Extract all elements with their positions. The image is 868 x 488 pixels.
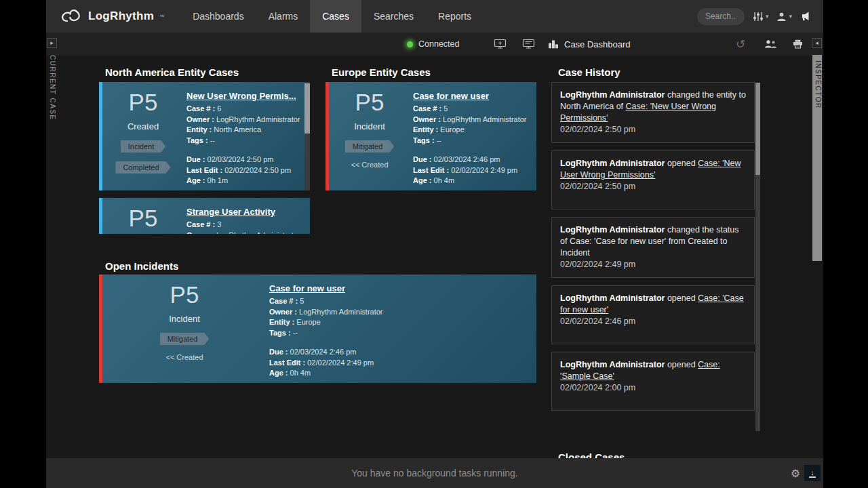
case-status: Created (127, 121, 159, 131)
card-details: Case for new user Case # : 5 Owner : Log… (410, 82, 536, 190)
announcements-button[interactable] (800, 12, 811, 21)
nav-alarms[interactable]: Alarms (256, 0, 311, 33)
north-america-card-list: P5 Created Incident Completed New User W… (99, 82, 310, 234)
tags-row: Tags : -- (186, 136, 303, 146)
entity-row: Entity : Europe (269, 317, 530, 328)
display-options-button[interactable] (522, 39, 535, 49)
top-navigation-bar: LogRhythm ™ Dashboards Alarms Cases Sear… (46, 0, 823, 33)
print-button[interactable] (793, 39, 803, 49)
connected-status-dot (407, 41, 413, 47)
age-row: Age : 0h 1m (186, 176, 303, 186)
monitor-plus-icon (494, 39, 507, 49)
nav-reports[interactable]: Reports (426, 0, 484, 33)
priority-label: P5 (129, 89, 158, 116)
case-title-link[interactable]: Strange User Activity (186, 207, 303, 217)
case-title-link[interactable]: Case for new user (269, 283, 530, 293)
nav-dashboards[interactable]: Dashboards (180, 0, 256, 33)
status-action-incident[interactable]: Incident (121, 140, 166, 152)
status-bar: You have no background tasks running. ⚙ … (46, 458, 823, 488)
card-list-scrollbar-thumb[interactable] (304, 83, 310, 134)
europe-card-list: P5 Incident Mitigated << Created Case fo… (326, 82, 536, 191)
case-title-link[interactable]: Case for new user (413, 91, 530, 101)
case-card-new-user-wrong-permissions[interactable]: P5 Created Incident Completed New User W… (99, 82, 310, 190)
due-row: Due : 02/03/2024 2:50 pm (186, 155, 303, 165)
case-dashboard-toolbar: Connected (46, 33, 823, 56)
history-entry: LogRhythm Administrator opened Case: 'Sa… (551, 352, 755, 411)
current-case-rail: ▸ CURRENT CASE (46, 38, 58, 458)
history-entry: LogRhythm Administrator changed the enti… (551, 82, 755, 143)
owner-row: Owner : LogRhythm Administrator (413, 115, 530, 125)
settings-gear-icon[interactable]: ⚙ (791, 467, 800, 480)
history-timestamp: 02/02/2024 2:50 pm (560, 124, 746, 136)
inspector-tab[interactable]: INSPECTOR (812, 55, 822, 261)
card-status-column: P5 (102, 198, 184, 234)
card-details: Strange User Activity Case # : 3 Owner :… (184, 198, 310, 234)
connected-label: Connected (418, 39, 459, 49)
downloads-button[interactable]: ↓ (804, 465, 821, 481)
case-card-open-incident[interactable]: P5 Incident Mitigated << Created Case fo… (99, 274, 536, 383)
due-row: Due : 02/03/2024 2:46 pm (269, 347, 530, 358)
entity-row: Entity : Europe (413, 125, 530, 136)
case-title-link[interactable]: New User Wrong Permis... (186, 91, 303, 101)
user-menu-button[interactable]: ▾ (776, 12, 792, 22)
inspector-rail: ◂ INSPECTOR (811, 38, 823, 458)
priority-label: P5 (355, 89, 384, 116)
app-window: LogRhythm ™ Dashboards Alarms Cases Sear… (46, 0, 823, 488)
case-status: Incident (354, 121, 385, 131)
history-timestamp: 02/02/2024 2:50 pm (560, 181, 746, 192)
entity-row: Entity : North America (186, 125, 303, 136)
card-details: New User Wrong Permis... Case # : 6 Owne… (184, 82, 310, 190)
columns-icon (548, 40, 559, 49)
printer-icon (793, 39, 803, 49)
expand-current-case-button[interactable]: ▸ (47, 38, 57, 48)
owner-row: Owner : LogRhythm Administrator (186, 230, 303, 235)
filter-options-button[interactable]: ▾ (753, 12, 769, 22)
current-case-tab[interactable]: CURRENT CASE (49, 55, 56, 121)
card-status-column: P5 Created Incident Completed (102, 82, 184, 190)
screen: LogRhythm ™ Dashboards Alarms Cases Sear… (0, 0, 868, 488)
case-history-list: LogRhythm Administrator changed the enti… (551, 82, 755, 418)
status-action-mitigated[interactable]: Mitigated (160, 333, 210, 345)
primary-nav: Dashboards Alarms Cases Searches Reports (180, 0, 484, 33)
case-number-row: Case # : 5 (413, 104, 530, 115)
card-list-scrollbar (304, 82, 310, 190)
last-edit-row: Last Edit : 02/02/2024 2:49 pm (269, 358, 530, 369)
undo-button[interactable]: ↺ (736, 37, 745, 52)
display-add-button[interactable] (494, 39, 507, 49)
case-card-case-for-new-user[interactable]: P5 Incident Mitigated << Created Case fo… (326, 82, 536, 190)
case-history-scrollbar (755, 83, 760, 431)
brand-name: LogRhythm (88, 9, 154, 23)
download-arrow-icon: ↓ (810, 469, 814, 476)
status-action-mitigated[interactable]: Mitigated (345, 140, 395, 152)
owner-row: Owner : LogRhythm Administrator (269, 307, 530, 318)
last-edit-row: Last Edit : 02/02/2024 2:49 pm (413, 165, 530, 176)
nav-cases[interactable]: Cases (310, 0, 361, 33)
collaborators-button[interactable] (764, 40, 777, 49)
previous-status[interactable]: << Created (351, 161, 388, 169)
expand-inspector-button[interactable]: ◂ (812, 38, 822, 48)
history-entry: LogRhythm Administrator changed the stat… (551, 217, 755, 278)
case-history-scrollbar-thumb[interactable] (755, 83, 760, 175)
priority-label: P5 (170, 281, 199, 308)
section-title-north-america: North America Entity Cases (105, 66, 239, 78)
search-input[interactable] (697, 8, 745, 25)
age-row: Age : 0h 4m (269, 368, 530, 379)
status-action-completed[interactable]: Completed (115, 161, 170, 174)
brand-trademark: ™ (159, 14, 164, 19)
user-icon (776, 12, 787, 22)
megaphone-icon (800, 12, 811, 21)
case-card-strange-user-activity[interactable]: P5 Strange User Activity Case # : 3 Owne… (99, 198, 310, 234)
history-entry: LogRhythm Administrator opened Case: 'Ne… (551, 150, 755, 209)
case-number-row: Case # : 6 (186, 104, 303, 115)
card-status-column: P5 Incident Mitigated << Created (102, 274, 267, 383)
logrhythm-logo[interactable]: LogRhythm ™ (46, 8, 164, 24)
previous-status[interactable]: << Created (165, 353, 203, 361)
card-details: Case for new user Case # : 5 Owner : Log… (267, 274, 536, 383)
nav-searches[interactable]: Searches (361, 0, 426, 33)
tags-row: Tags : -- (413, 136, 530, 146)
logrhythm-logo-icon (60, 8, 83, 24)
card-status-column: P5 Incident Mitigated << Created (329, 82, 410, 190)
background-tasks-status: You have no background tasks running. (351, 468, 517, 479)
dashboard-selector[interactable]: Case Dashboard (548, 39, 631, 49)
section-title-europe: Europe Entity Cases (332, 66, 431, 78)
